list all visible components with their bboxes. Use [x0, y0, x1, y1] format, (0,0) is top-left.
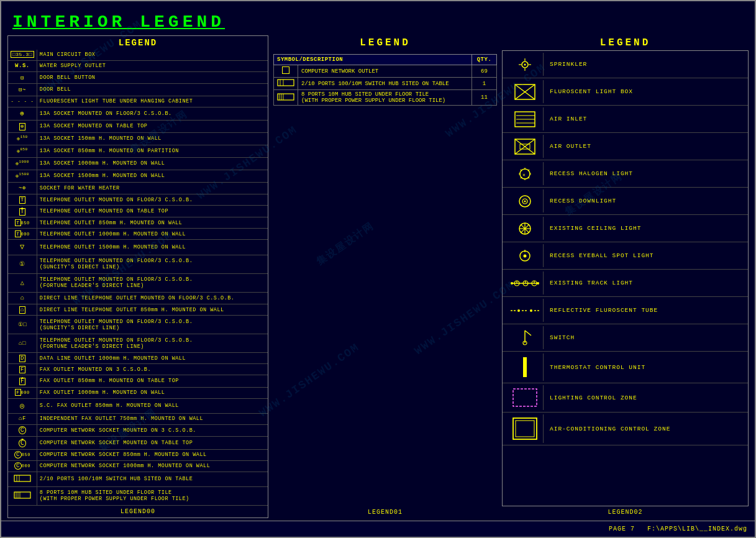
table-row: ⊕ 13A SOCKET MOUNTED ON FLOOR/3 C.S.O.B. — [8, 107, 268, 121]
table-row: ⊕ 13A SOCKET MOUNTED ON TABLE TOP — [8, 121, 268, 132]
right-row-ceiling: EXISTING CEILING LIGHT — [503, 215, 748, 242]
table-row: F̄ FAX OUTLET 850mm H. MOUNTED ON TABLE … — [8, 375, 268, 387]
legend02-header: LEGEND — [502, 35, 749, 50]
switch-symbol — [506, 326, 544, 349]
table-row: 8 PORTS 10M HUB SITED UNDER FLOOR TILE(W… — [274, 90, 497, 106]
aircon-zone-symbol — [506, 414, 544, 443]
table-row: ① TELEPHONE OUTLET MOUNTED ON FLOOR/3 C.… — [8, 255, 268, 273]
sym-cell — [274, 90, 298, 106]
switch-hub-symbol — [14, 475, 31, 482]
table-row: ⊕850 13A SOCKET 850mm H. MOUNTED ON PART… — [8, 145, 268, 157]
legend02-footer: LEGEND02 — [502, 506, 749, 518]
downlight-label: RECESS DOWNLIGHT — [544, 198, 616, 204]
sym-cell: ~⊕ — [8, 182, 37, 194]
sym-cell: F — [8, 364, 37, 375]
reflective-label: REFLECTIVE FLUROSCENT TUBE — [544, 307, 658, 314]
svg-rect-70 — [513, 389, 537, 406]
legend00-table: □35.3□ MAIN CIRCUIT BOX W.S. WATER SUPPL… — [8, 50, 268, 506]
svg-point-43 — [524, 200, 526, 202]
col-qty-header: QTY. — [472, 55, 497, 65]
svg-point-64 — [530, 309, 532, 312]
right-row-reflective: REFLECTIVE FLUROSCENT TUBE — [503, 297, 748, 324]
right-row-thermostat: THERMOSTAT CONTROL UNIT — [503, 352, 748, 383]
table-row: 8 PORTS 10M HUB SITED UNDER FLOOR TILE(W… — [8, 486, 268, 505]
eyeball-label: RECESS EYEBALL SPOT LIGHT — [544, 252, 654, 259]
table-row: F FAX OUTLET MOUNTED ON 3 C.S.O.B. — [8, 364, 268, 375]
table-row: C COMPUTER NETWORK SOCKET MOUNTED ON 3 C… — [8, 424, 268, 436]
sym-cell: ⊕1500 — [8, 170, 37, 182]
lighting-zone-label: LIGHTING CONTROL ZONE — [544, 394, 637, 401]
legend01-header: LEGEND — [273, 35, 497, 50]
hub-mid-symbol — [277, 93, 294, 101]
sprinkler-label: SPRINKLER — [544, 61, 587, 68]
table-row: ~⊕ SOCKET FOR WATER HEATER — [8, 182, 268, 194]
table-row: F000 FAX OUTLET 1000mm H. MOUNTED ON WAL… — [8, 387, 268, 398]
legend00-panel: LEGEND □35.3□ MAIN CIRCUIT BOX W.S. WATE… — [7, 35, 268, 518]
svg-point-62 — [517, 309, 520, 312]
table-row: COMPUTER NETWORK OUTLET 69 — [274, 65, 497, 78]
sym-cell: ⊕ — [8, 107, 37, 121]
table-row: C850 COMPUTER NETWORK SOCKET 850mm H. MO… — [8, 449, 268, 460]
lighting-zone-symbol — [506, 385, 544, 410]
svg-rect-69 — [523, 357, 527, 377]
table-row: ⊕1500 13A SOCKET 1500mm H. MOUNTED ON WA… — [8, 170, 268, 182]
sym-cell: C000 — [8, 460, 37, 472]
sym-cell: ⊕1000 — [8, 157, 37, 170]
svg-rect-72 — [516, 421, 534, 437]
table-row: - - - - FLUORESCENT LIGHT TUBE UNDER HAN… — [8, 96, 268, 107]
sym-cell — [274, 78, 298, 90]
track-label: EXISTING TRACK LIGHT — [544, 280, 633, 286]
right-row-sprinkler: SPRINKLER — [503, 51, 748, 78]
table-row: ⌂ DIRECT LINE TELEPHONE OUTLET MOUNTED O… — [8, 292, 268, 304]
sym-cell: □35.3□ — [8, 50, 37, 60]
svg-text:✕: ✕ — [522, 172, 526, 178]
table-row: ⌂ DIRECT LINE TELEPHONE OUTLET 850mm H. … — [8, 304, 268, 315]
sym-cell: ⊟ — [8, 72, 37, 84]
right-row-lighting-zone: LIGHTING CONTROL ZONE — [503, 383, 748, 413]
sym-cell: T̄ — [8, 206, 37, 217]
right-row-downlight: RECESS DOWNLIGHT — [503, 188, 748, 215]
sym-cell: T — [8, 194, 37, 206]
sym-cell: ▽ — [8, 240, 37, 255]
sym-cell — [8, 472, 37, 486]
sym-cell: W.S. — [8, 60, 37, 71]
svg-line-67 — [525, 331, 531, 335]
thermostat-symbol — [506, 353, 544, 381]
right-row-track: EXISTING TRACK LIGHT — [503, 270, 748, 297]
legend02-panel: LEGEND SPRINKLER — [502, 35, 749, 518]
table-row: T850 TELEPHONE OUTLET 850mm H. MOUNTED O… — [8, 217, 268, 229]
sym-cell: F000 — [8, 387, 37, 398]
sym-cell: △ — [8, 273, 37, 292]
sym-cell: C̄ — [8, 437, 37, 449]
columns-container: LEGEND □35.3□ MAIN CIRCUIT BOX W.S. WATE… — [7, 35, 749, 518]
sym-cell: T000 — [8, 229, 37, 240]
right-row-switch: SWITCH — [503, 324, 748, 352]
track-symbol — [506, 271, 544, 294]
legend01-table: SYMBOL/DESCRIPTION QTY. COMPUTER NETWORK… — [273, 54, 497, 106]
main-title: INTERIOR LEGEND — [12, 12, 225, 32]
thermostat-label: THERMOSTAT CONTROL UNIT — [544, 364, 645, 371]
sym-cell: - - - - — [8, 96, 37, 107]
table-row: C̄ COMPUTER NETWORK SOCKET MOUNTED ON TA… — [8, 437, 268, 449]
air-inlet-label: AIR INLET — [544, 116, 587, 122]
ceiling-symbol — [506, 217, 544, 240]
legend01-panel: LEGEND SYMBOL/DESCRIPTION QTY. COMPUTER … — [273, 35, 497, 518]
table-row: ⌂□ TELEPHONE OUTLET MOUNTED ON FLOOR/3 C… — [8, 334, 268, 353]
sym-cell — [274, 65, 298, 78]
sym-cell: T850 — [8, 217, 37, 229]
svg-point-50 — [523, 254, 526, 257]
reflective-symbol — [506, 299, 544, 322]
sym-cell: ⊟~ — [8, 84, 37, 96]
col-sym-header: SYMBOL/DESCRIPTION — [274, 55, 472, 65]
svg-rect-3 — [14, 492, 30, 498]
ceiling-label: EXISTING CEILING LIGHT — [544, 225, 641, 232]
table-row: ⊟ DOOR BELL BUTTON — [8, 72, 268, 84]
sym-cell: D — [8, 353, 37, 364]
sym-cell: ⌂ — [8, 292, 37, 304]
svg-point-60 — [537, 282, 539, 285]
page: WWW.JISHEWU.COM WWW.JISHEWU.COM WWW.JISH… — [0, 0, 756, 538]
legend01-footer: LEGEND01 — [273, 506, 497, 518]
sym-cell — [8, 486, 37, 505]
table-row: 2/10 PORTS 100/10M SWITCH HUB SITED ON T… — [8, 472, 268, 486]
right-row-air-outlet: AIR OUTLET — [503, 133, 748, 160]
